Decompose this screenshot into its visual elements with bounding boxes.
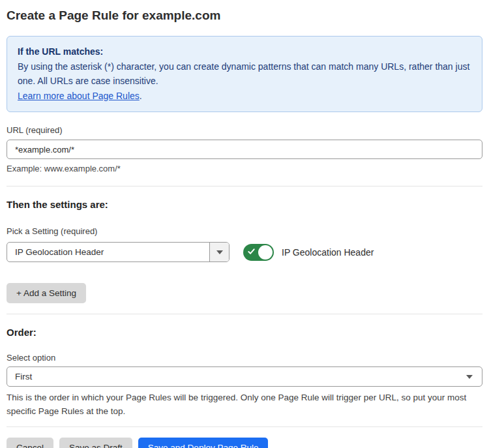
chevron-down-icon bbox=[216, 250, 223, 254]
learn-more-link[interactable]: Learn more about Page Rules bbox=[18, 91, 140, 101]
footer-buttons: Cancel Save as Draft Save and Deploy Pag… bbox=[7, 438, 482, 448]
order-select-value: First bbox=[15, 372, 466, 381]
divider bbox=[7, 426, 482, 427]
order-helper-text: This is the order in which your Page Rul… bbox=[7, 391, 471, 418]
order-section-heading: Order: bbox=[7, 326, 482, 338]
link-suffix: . bbox=[140, 91, 142, 101]
add-setting-button[interactable]: + Add a Setting bbox=[7, 283, 86, 303]
setting-row: IP Geolocation Header IP Geolocation Hea… bbox=[7, 242, 482, 262]
save-and-deploy-button[interactable]: Save and Deploy Page Rule bbox=[138, 438, 269, 448]
info-box-body: By using the asterisk (*) character, you… bbox=[18, 59, 471, 89]
setting-select[interactable]: IP Geolocation Header bbox=[7, 242, 230, 262]
cancel-button[interactable]: Cancel bbox=[7, 438, 53, 448]
page-title: Create a Page Rule for example.com bbox=[7, 8, 482, 23]
pick-setting-label: Pick a Setting (required) bbox=[7, 226, 482, 237]
setting-select-arrow-button[interactable] bbox=[209, 243, 229, 261]
setting-select-value: IP Geolocation Header bbox=[7, 243, 209, 261]
order-select[interactable]: First bbox=[7, 366, 482, 387]
divider bbox=[7, 186, 482, 187]
url-match-info-box: If the URL matches: By using the asteris… bbox=[7, 36, 482, 112]
select-option-label: Select option bbox=[7, 353, 482, 363]
url-label: URL (required) bbox=[7, 125, 482, 136]
toggle-knob bbox=[258, 245, 273, 260]
save-as-draft-button[interactable]: Save as Draft bbox=[59, 438, 132, 448]
check-icon bbox=[248, 248, 255, 255]
ip-geolocation-toggle[interactable] bbox=[243, 244, 274, 261]
divider bbox=[7, 314, 482, 314]
toggle-label: IP Geolocation Header bbox=[282, 247, 374, 258]
create-page-rule-form: Create a Page Rule for example.com If th… bbox=[0, 0, 489, 448]
url-helper-text: Example: www.example.com/* bbox=[7, 163, 482, 174]
settings-section-heading: Then the settings are: bbox=[7, 198, 482, 211]
info-box-heading: If the URL matches: bbox=[18, 44, 471, 59]
url-input[interactable] bbox=[7, 140, 482, 159]
chevron-down-icon bbox=[466, 375, 473, 379]
